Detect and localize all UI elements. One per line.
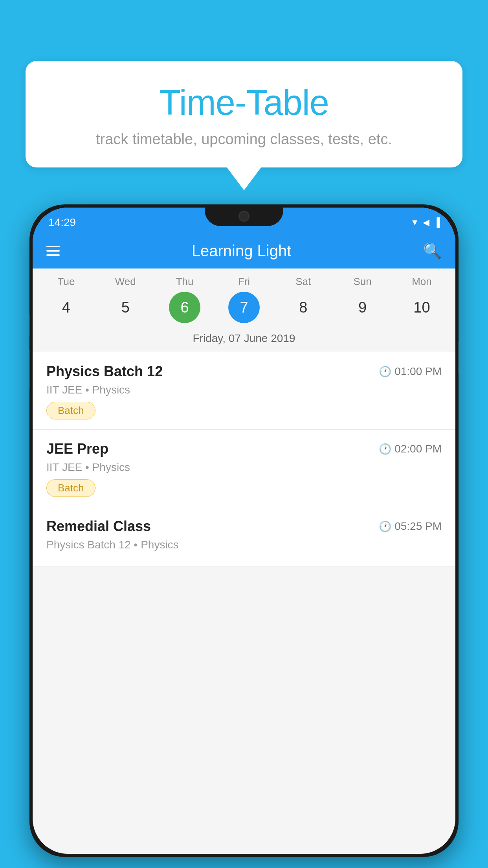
schedule-item-subtitle-1: IIT JEE • Physics bbox=[46, 384, 442, 396]
schedule-item-name-3: Remedial Class bbox=[46, 518, 151, 535]
phone-container: 14:29 ▼ ◀ ▐ Learning Light 🔍 bbox=[29, 204, 459, 857]
day-numbers: 4 5 6 7 8 9 10 bbox=[33, 290, 455, 329]
schedule-item-name-2: JEE Prep bbox=[46, 441, 108, 457]
day-number-10[interactable]: 10 bbox=[406, 292, 437, 323]
phone-notch bbox=[205, 204, 283, 226]
schedule-list: Physics Batch 12 🕐 01:00 PM IIT JEE • Ph… bbox=[33, 352, 455, 567]
day-label-sat: Sat bbox=[288, 276, 319, 288]
phone-frame: 14:29 ▼ ◀ ▐ Learning Light 🔍 bbox=[29, 204, 459, 857]
app-header: Learning Light 🔍 bbox=[33, 233, 455, 268]
batch-tag-1: Batch bbox=[46, 402, 95, 419]
phone-camera bbox=[238, 211, 250, 222]
schedule-item-time-2: 🕐 02:00 PM bbox=[379, 443, 442, 455]
day-headers: Tue Wed Thu Fri Sat Sun Mon bbox=[33, 268, 455, 290]
schedule-item-name-1: Physics Batch 12 bbox=[46, 363, 163, 380]
app-title: Time-Table bbox=[49, 83, 439, 123]
day-number-4[interactable]: 4 bbox=[50, 292, 82, 323]
phone-power-button bbox=[458, 342, 459, 373]
clock-icon-2: 🕐 bbox=[379, 443, 391, 455]
day-number-8[interactable]: 8 bbox=[288, 292, 319, 323]
schedule-item-time-1: 🕐 01:00 PM bbox=[379, 365, 442, 378]
schedule-item-subtitle-2: IIT JEE • Physics bbox=[46, 461, 442, 474]
app-subtitle: track timetable, upcoming classes, tests… bbox=[49, 131, 439, 148]
day-label-wed: Wed bbox=[110, 276, 141, 288]
search-icon[interactable]: 🔍 bbox=[423, 242, 442, 259]
menu-button[interactable] bbox=[46, 246, 60, 256]
speech-bubble: Time-Table track timetable, upcoming cla… bbox=[26, 61, 462, 167]
header-title: Learning Light bbox=[192, 242, 292, 260]
schedule-item-header-2: JEE Prep 🕐 02:00 PM bbox=[46, 441, 442, 457]
day-label-sun: Sun bbox=[347, 276, 378, 288]
schedule-item-1[interactable]: Physics Batch 12 🕐 01:00 PM IIT JEE • Ph… bbox=[33, 352, 455, 430]
schedule-item-subtitle-3: Physics Batch 12 • Physics bbox=[46, 539, 442, 551]
phone-volume-up-button bbox=[29, 314, 30, 336]
signal-icon: ◀ bbox=[423, 217, 429, 228]
day-label-tue: Tue bbox=[50, 276, 82, 288]
calendar-strip: Tue Wed Thu Fri Sat Sun Mon 4 5 6 7 8 9 … bbox=[33, 268, 455, 352]
status-icons: ▼ ◀ ▐ bbox=[411, 217, 440, 228]
schedule-item-2[interactable]: JEE Prep 🕐 02:00 PM IIT JEE • Physics Ba… bbox=[33, 430, 455, 507]
wifi-icon: ▼ bbox=[411, 217, 419, 228]
day-label-thu: Thu bbox=[169, 276, 200, 288]
battery-icon: ▐ bbox=[433, 217, 440, 228]
phone-screen: 14:29 ▼ ◀ ▐ Learning Light 🔍 bbox=[33, 208, 455, 854]
schedule-item-time-3: 🕐 05:25 PM bbox=[379, 520, 442, 533]
day-label-mon: Mon bbox=[406, 276, 437, 288]
status-time: 14:29 bbox=[48, 216, 76, 229]
day-number-5[interactable]: 5 bbox=[110, 292, 141, 323]
day-number-9[interactable]: 9 bbox=[347, 292, 378, 323]
day-label-fri: Fri bbox=[228, 276, 260, 288]
speech-bubble-arrow bbox=[226, 167, 262, 190]
speech-bubble-container: Time-Table track timetable, upcoming cla… bbox=[26, 61, 462, 190]
selected-date: Friday, 07 June 2019 bbox=[33, 329, 455, 352]
day-number-6[interactable]: 6 bbox=[169, 292, 200, 323]
batch-tag-2: Batch bbox=[46, 479, 95, 497]
clock-icon-3: 🕐 bbox=[379, 520, 391, 533]
day-number-7[interactable]: 7 bbox=[228, 292, 260, 323]
schedule-item-3[interactable]: Remedial Class 🕐 05:25 PM Physics Batch … bbox=[33, 507, 455, 567]
schedule-item-header-1: Physics Batch 12 🕐 01:00 PM bbox=[46, 363, 442, 380]
schedule-item-header-3: Remedial Class 🕐 05:25 PM bbox=[46, 518, 442, 535]
phone-volume-down-button bbox=[29, 350, 30, 389]
clock-icon-1: 🕐 bbox=[379, 366, 391, 378]
